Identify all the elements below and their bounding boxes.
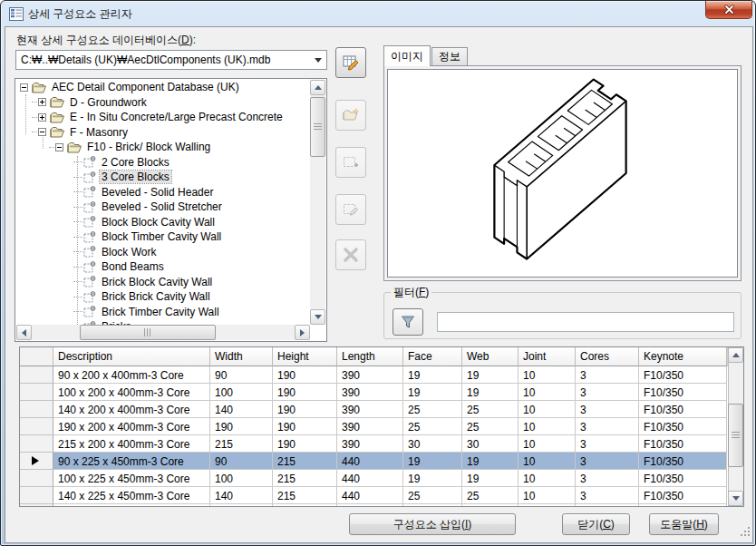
table-row[interactable]: 140 x 200 x 400mm-3 Core1401903902525103… bbox=[20, 401, 728, 418]
table-vertical-scrollbar[interactable] bbox=[728, 347, 743, 506]
row-selector[interactable] bbox=[20, 384, 53, 401]
collapse-icon[interactable] bbox=[38, 128, 46, 136]
table-cell[interactable]: 25 bbox=[403, 418, 462, 435]
table-cell[interactable]: 390 bbox=[337, 401, 403, 418]
scroll-left-icon[interactable] bbox=[16, 325, 32, 340]
table-cell[interactable]: 10 bbox=[519, 435, 576, 453]
table-cell[interactable]: 140 bbox=[210, 401, 273, 418]
table-cell[interactable]: 100 bbox=[210, 384, 273, 401]
table-cell[interactable]: 10 bbox=[519, 453, 576, 470]
table-cell[interactable]: 190 bbox=[273, 435, 337, 453]
tab-image[interactable]: 이미지 bbox=[383, 45, 431, 66]
insert-component-button[interactable]: 구성요소 삽입(I) bbox=[349, 513, 516, 535]
table-cell[interactable]: 19 bbox=[462, 453, 519, 470]
table-cell[interactable]: 10 bbox=[519, 504, 576, 506]
table-cell[interactable]: 10 bbox=[519, 487, 576, 504]
table-cell[interactable]: 215 bbox=[273, 487, 337, 504]
expand-icon[interactable] bbox=[38, 113, 46, 122]
table-cell[interactable]: 90 bbox=[210, 366, 273, 384]
table-row[interactable]: 190 x 200 x 400mm-3 Core1901903902525103… bbox=[20, 418, 728, 435]
titlebar[interactable]: 상세 구성요소 관리자 bbox=[1, 1, 755, 26]
table-cell[interactable]: 19 bbox=[403, 453, 462, 470]
components-table[interactable]: DescriptionWidthHeightLengthFaceWebJoint… bbox=[19, 346, 744, 507]
tree-item[interactable]: E - In Situ Concrete/Large Precast Concr… bbox=[16, 110, 310, 125]
tree-item[interactable]: Block Work bbox=[16, 245, 310, 260]
table-cell[interactable]: 3 bbox=[576, 453, 639, 470]
tree-item[interactable]: Block Timber Cavity Wall bbox=[16, 229, 310, 245]
table-cell[interactable]: 100 x 225 x 450mm-3 Core bbox=[53, 470, 210, 487]
row-selector[interactable] bbox=[20, 504, 53, 506]
table-cell[interactable]: 3 bbox=[576, 435, 639, 453]
table-cell[interactable]: 190 bbox=[273, 366, 337, 384]
close-dialog-button[interactable]: 닫기(C) bbox=[562, 513, 630, 535]
tree-item[interactable]: D - Groundwork bbox=[16, 95, 310, 111]
table-cell[interactable]: 19 bbox=[462, 470, 519, 487]
table-cell[interactable]: 190 x 225 x 450mm-3 Core bbox=[53, 504, 210, 506]
table-cell[interactable]: 3 bbox=[576, 470, 639, 487]
table-cell[interactable]: 25 bbox=[403, 401, 462, 418]
table-cell[interactable]: 19 bbox=[462, 384, 519, 401]
close-button[interactable] bbox=[705, 1, 752, 19]
table-cell[interactable]: 215 bbox=[273, 470, 337, 487]
table-cell[interactable]: 90 bbox=[210, 453, 273, 470]
scroll-down-icon[interactable] bbox=[310, 309, 325, 325]
table-cell[interactable]: 19 bbox=[462, 366, 519, 384]
column-header[interactable]: Description bbox=[53, 347, 210, 366]
table-cell[interactable]: 215 bbox=[273, 504, 337, 506]
table-cell[interactable]: F10/350 bbox=[639, 366, 727, 384]
table-cell[interactable]: 215 x 200 x 400mm-3 Core bbox=[53, 435, 210, 453]
table-cell[interactable]: 30 bbox=[462, 435, 519, 453]
table-cell[interactable]: 215 bbox=[273, 453, 337, 470]
table-cell[interactable]: 190 bbox=[210, 504, 273, 506]
column-header[interactable]: Length bbox=[337, 347, 403, 366]
table-cell[interactable]: 190 bbox=[210, 418, 273, 435]
table-cell[interactable]: 10 bbox=[519, 366, 576, 384]
tree-item[interactable]: Brick Timber Cavity Wall bbox=[16, 305, 310, 320]
tree-item[interactable]: F10 - Brick/ Block Walling bbox=[16, 140, 310, 155]
table-cell[interactable]: 25 bbox=[403, 504, 462, 506]
row-selector[interactable] bbox=[20, 435, 53, 453]
tab-info[interactable]: 정보 bbox=[431, 47, 468, 66]
table-cell[interactable]: 100 x 200 x 400mm-3 Core bbox=[53, 384, 210, 401]
table-cell[interactable]: 140 x 200 x 400mm-3 Core bbox=[53, 401, 210, 418]
table-cell[interactable]: 3 bbox=[576, 504, 639, 506]
table-cell[interactable]: 10 bbox=[519, 401, 576, 418]
row-selector[interactable] bbox=[20, 401, 53, 418]
tree-item[interactable]: Beveled - Solid Header bbox=[16, 185, 310, 200]
column-header[interactable]: Cores bbox=[576, 347, 639, 366]
table-cell[interactable]: 190 bbox=[273, 401, 337, 418]
table-cell[interactable]: 19 bbox=[403, 366, 462, 384]
tree-item[interactable]: Bond Beams bbox=[16, 259, 310, 275]
tree-hscroll-thumb[interactable] bbox=[80, 325, 216, 340]
combo-dropdown-icon[interactable] bbox=[310, 51, 326, 69]
table-cell[interactable]: F10/350 bbox=[639, 418, 727, 435]
tree-item[interactable]: Brick Brick Cavity Wall bbox=[16, 289, 310, 305]
table-cell[interactable]: 440 bbox=[337, 504, 403, 506]
column-header[interactable]: Keynote bbox=[639, 347, 727, 366]
table-cell[interactable]: 19 bbox=[403, 470, 462, 487]
table-cell[interactable]: 440 bbox=[337, 453, 403, 470]
row-selector[interactable] bbox=[20, 487, 53, 504]
scroll-down-icon[interactable] bbox=[728, 491, 743, 506]
table-row[interactable]: 100 x 225 x 450mm-3 Core1002154401919103… bbox=[20, 470, 728, 487]
table-row[interactable]: 215 x 200 x 400mm-3 Core2151903903030103… bbox=[20, 435, 728, 453]
database-combobox[interactable]: C:₩..₩Details (UK)₩AecDtlComponents (UK)… bbox=[15, 50, 327, 70]
table-cell[interactable]: 140 x 225 x 450mm-3 Core bbox=[53, 487, 210, 504]
column-header[interactable]: Face bbox=[403, 347, 462, 366]
table-cell[interactable]: 215 bbox=[210, 435, 273, 453]
tree-vertical-scrollbar[interactable] bbox=[310, 80, 325, 325]
table-row[interactable]: 140 x 225 x 450mm-3 Core1402154402525103… bbox=[20, 487, 728, 504]
filter-button[interactable] bbox=[393, 308, 423, 336]
table-cell[interactable]: 25 bbox=[462, 504, 519, 506]
table-vscroll-thumb[interactable] bbox=[728, 404, 743, 467]
edit-database-button[interactable] bbox=[335, 47, 366, 78]
table-cell[interactable]: 140 bbox=[210, 487, 273, 504]
row-selector[interactable] bbox=[20, 366, 53, 384]
expand-icon[interactable] bbox=[38, 98, 46, 106]
resize-grip-icon[interactable] bbox=[741, 524, 751, 541]
tree-item[interactable]: Block Block Cavity Wall bbox=[16, 215, 310, 230]
table-cell[interactable]: 100 bbox=[210, 470, 273, 487]
table-cell[interactable]: 10 bbox=[519, 418, 576, 435]
row-selector[interactable] bbox=[20, 453, 53, 470]
table-cell[interactable]: 390 bbox=[337, 366, 403, 384]
